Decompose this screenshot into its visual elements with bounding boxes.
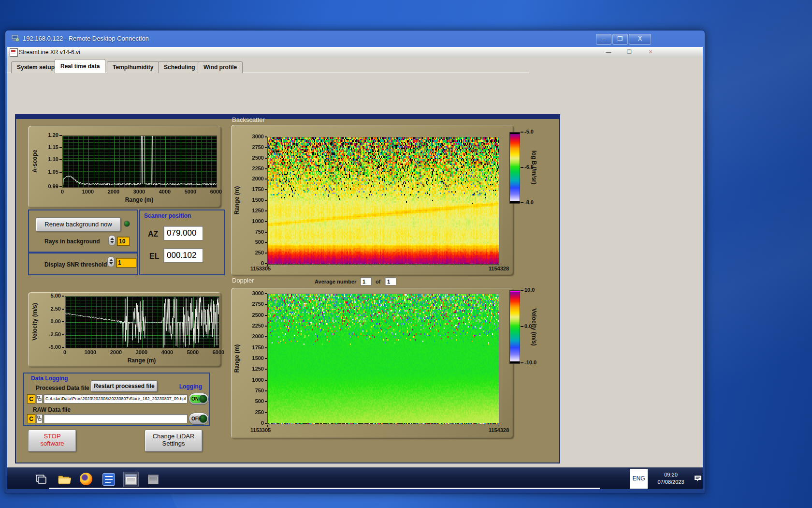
axis-tick-label: 0 [53, 349, 77, 355]
axis-tick [59, 159, 62, 160]
axis-tick-label: 500 [241, 239, 264, 245]
tab-scheduling[interactable]: Scheduling [158, 61, 201, 73]
axis-tick-label: 250 [241, 409, 264, 415]
axis-tick [59, 186, 62, 187]
clock-time: 09:20 [650, 471, 692, 478]
axis-tick [265, 390, 267, 391]
backscatter-colorbar-label: log B (/m/sr) [531, 150, 537, 184]
tab-real-time-data[interactable]: Real time data [55, 59, 105, 73]
axis-tick [59, 172, 62, 173]
axis-tick [265, 401, 267, 402]
axis-tick-label: 1750 [241, 344, 264, 350]
axis-tick [265, 158, 267, 159]
backscatter-colorbar-scale [509, 132, 520, 204]
raw-browse-icon[interactable] [36, 414, 43, 423]
processed-drive-box[interactable]: C [27, 394, 35, 403]
axis-tick [265, 347, 267, 348]
raw-logging-switch[interactable]: OFF [188, 413, 209, 425]
axis-tick-label: 3000 [241, 134, 264, 139]
axis-tick-label: 2000 [241, 333, 264, 339]
renew-background-button[interactable]: Renew background now [36, 217, 121, 232]
processed-data-file-path[interactable]: C:\Lidar\Data\Proc\2023\202308\20230807\… [44, 394, 188, 403]
axis-tick-label: 10.0 [524, 287, 535, 293]
axis-tick-label: -8.0 [524, 199, 534, 205]
velocity-y-axis-label: Velocity (m/s) [31, 303, 38, 340]
processed-browse-icon[interactable] [36, 394, 43, 403]
axis-tick-label: -10.0 [524, 359, 536, 365]
average-total-field[interactable]: 1 [385, 277, 396, 285]
axis-tick-label: 2000 [104, 349, 128, 355]
axis-tick [265, 168, 267, 169]
notification-center-icon[interactable] [694, 474, 702, 485]
az-value-field[interactable]: 079.000 [163, 226, 203, 240]
file-explorer-icon[interactable] [57, 472, 71, 486]
tab-bar: System setup Real time data Temp/humidit… [7, 58, 703, 73]
snr-spinner[interactable] [107, 256, 115, 267]
snr-value-field[interactable]: 1 [116, 258, 136, 268]
app-close-button[interactable]: ✕ [644, 49, 657, 56]
app-titlebar[interactable]: StreamLine XR v14-6.vi — ❐ ✕ [7, 47, 703, 58]
blue-document-icon[interactable] [101, 472, 116, 486]
ascope-plot [62, 135, 217, 188]
rdp-maximize-button[interactable]: ❐ [612, 34, 628, 45]
average-number-field[interactable]: 1 [360, 277, 372, 285]
backscatter-y-axis-label: Range (m) [233, 186, 240, 215]
axis-tick-label: 3000 [127, 189, 151, 194]
axis-tick-label: 1500 [241, 355, 264, 361]
axis-tick [265, 380, 267, 381]
app-minimize-button[interactable]: — [602, 49, 615, 56]
rdp-close-button[interactable]: X [629, 34, 651, 45]
axis-tick-label: 1000 [241, 218, 264, 224]
axis-tick-label: 1000 [76, 189, 100, 194]
stop-software-button[interactable]: STOP software [28, 430, 76, 452]
rays-value-field[interactable]: 10 [117, 237, 130, 246]
of-label: of [376, 279, 380, 284]
labview-app-icon[interactable] [123, 472, 139, 487]
doppler-x-right-label: 1154328 [489, 427, 509, 433]
axis-tick-label: 2500 [241, 155, 264, 161]
axis-tick-label: 2000 [241, 176, 264, 181]
tab-temp-humidity[interactable]: Temp/humidity [107, 61, 159, 73]
axis-tick-label: 1500 [241, 197, 264, 203]
front-panel-background: A-scope Range (m) 1.201.151.101.050.9901… [7, 73, 703, 467]
scan-scheduler-icon[interactable] [145, 472, 160, 486]
axis-tick-label: 1000 [78, 349, 102, 355]
rdp-titlebar[interactable]: 192.168.0.122 - Remote Desktop Connectio… [5, 30, 705, 47]
snr-threshold-label: Display SNR threshold [44, 261, 107, 268]
remote-desktop-screen: StreamLine XR v14-6.vi — ❐ ✕ System setu… [7, 47, 703, 489]
axis-tick [62, 347, 64, 348]
el-value-field[interactable]: 000.102 [163, 248, 203, 263]
task-view-icon[interactable] [34, 472, 48, 486]
language-indicator[interactable]: ENG [630, 469, 648, 489]
raw-drive-box[interactable]: C [27, 414, 35, 423]
axis-tick-label: 2250 [241, 165, 264, 171]
taskbar-clock[interactable]: 09:20 07/08/2023 [650, 471, 692, 486]
app-restore-button[interactable]: ❐ [623, 49, 636, 56]
axis-tick-label: 4000 [153, 189, 177, 194]
taskbar-highlight-line [49, 488, 600, 489]
axis-tick-label: 0 [50, 189, 74, 194]
doppler-x-left-label: 1153305 [250, 427, 271, 433]
restart-processed-file-button[interactable]: Restart processed file [91, 380, 158, 392]
axis-tick [265, 326, 267, 327]
axis-tick [521, 132, 523, 133]
firefox-icon[interactable] [79, 472, 93, 486]
axis-tick-label: 500 [241, 398, 264, 404]
change-button-line1: Change LiDAR [145, 433, 202, 440]
axis-tick-label: 5000 [178, 189, 203, 194]
axis-tick [59, 147, 62, 148]
rdp-minimize-button[interactable]: ─ [596, 34, 611, 45]
backscatter-heatmap [267, 137, 499, 265]
change-lidar-settings-button[interactable]: Change LiDAR Settings [145, 430, 203, 452]
tab-system-setup[interactable]: System setup [11, 61, 60, 73]
axis-tick-label: 2500 [241, 312, 264, 318]
rays-spinner[interactable] [108, 235, 116, 246]
raw-data-file-path[interactable] [44, 414, 188, 423]
axis-tick [265, 336, 267, 337]
tab-wind-profile[interactable]: Wind profile [198, 61, 243, 73]
off-label: OFF [191, 416, 201, 421]
processed-logging-switch[interactable]: ON [188, 393, 209, 405]
axis-tick [265, 232, 267, 233]
axis-tick-label: 3000 [241, 290, 264, 296]
axis-tick-label: 250 [241, 250, 264, 255]
